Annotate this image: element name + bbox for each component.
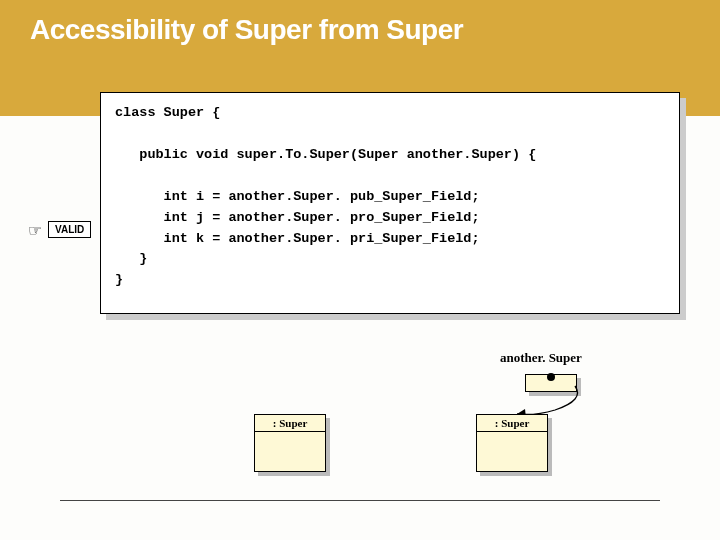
footer-rule [60,500,660,501]
slide-title: Accessibility of Super from Super [30,14,690,46]
uml-object-1-title: : Super [255,415,325,432]
uml-object-2: : Super [476,414,548,472]
code-listing: class Super { public void super.To.Super… [100,92,680,314]
uml-object-1: : Super [254,414,326,472]
valid-label: VALID [48,221,91,238]
reference-label: another. Super [500,350,582,366]
reference-dot-icon [547,373,555,381]
pointing-hand-icon: ☞ [28,221,42,240]
uml-object-2-title: : Super [477,415,547,432]
valid-callout: ☞ VALID [28,220,91,239]
